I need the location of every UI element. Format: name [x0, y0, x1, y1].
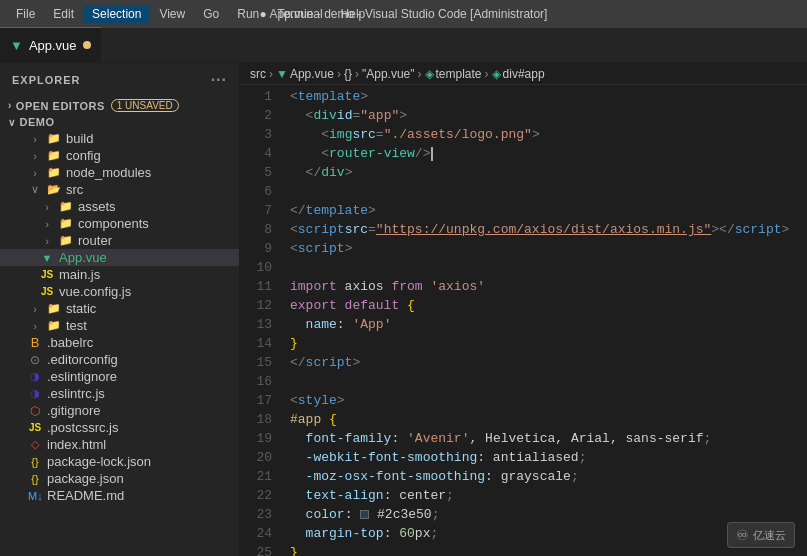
code-line-12: export default { — [290, 296, 807, 315]
code-line-7: </template> — [290, 201, 807, 220]
menu-file[interactable]: File — [8, 5, 43, 23]
sidebar-item-readme[interactable]: M↓ README.md — [0, 487, 239, 504]
item-label: src — [66, 182, 83, 197]
sidebar-item-router[interactable]: › 📁 router — [0, 232, 239, 249]
chevron-right-icon: › — [40, 218, 54, 230]
explorer-header: EXPLORER ··· — [0, 63, 239, 97]
folder-icon: 📁 — [59, 217, 73, 230]
item-label: static — [66, 301, 96, 316]
item-label: test — [66, 318, 87, 333]
sidebar-item-package[interactable]: {} package.json — [0, 470, 239, 487]
folder-icon: 📁 — [47, 132, 61, 145]
sidebar-item-build[interactable]: › 📁 build — [0, 130, 239, 147]
code-line-2: <div id="app"> — [290, 106, 807, 125]
menu-view[interactable]: View — [151, 5, 193, 23]
code-line-18: #app { — [290, 410, 807, 429]
chevron-down-icon: ∨ — [28, 183, 42, 196]
sidebar-item-app-vue[interactable]: ▼ App.vue — [0, 249, 239, 266]
sidebar-item-node-modules[interactable]: › 📁 node_modules — [0, 164, 239, 181]
sidebar-item-postcssrc[interactable]: JS .postcssrc.js — [0, 419, 239, 436]
breadcrumb-sep-4: › — [418, 67, 422, 81]
sidebar-item-assets[interactable]: › 📁 assets — [0, 198, 239, 215]
babel-icon: Β — [28, 335, 42, 350]
item-label: .gitignore — [47, 403, 100, 418]
sidebar-item-vue-config[interactable]: JS vue.config.js — [0, 283, 239, 300]
editor-content[interactable]: 12345 678910 1112131415 1617181920 21222… — [240, 85, 807, 556]
menu-edit[interactable]: Edit — [45, 5, 82, 23]
item-label: .postcssrc.js — [47, 420, 119, 435]
breadcrumb-braces[interactable]: {} — [344, 67, 352, 81]
breadcrumb-sep-2: › — [337, 67, 341, 81]
tab-app-vue[interactable]: ▼ App.vue — [0, 27, 102, 62]
tab-label: App.vue — [29, 38, 77, 53]
breadcrumb-template-label[interactable]: template — [436, 67, 482, 81]
code-line-8: <script src="https://unpkg.com/axios/dis… — [290, 220, 807, 239]
explorer-menu-icon[interactable]: ··· — [211, 71, 227, 89]
breadcrumb-template[interactable]: ◈ — [425, 67, 434, 81]
js-icon: JS — [28, 422, 42, 433]
html-icon: ◇ — [28, 438, 42, 451]
open-editors-section[interactable]: › OPEN EDITORS 1 UNSAVED — [0, 97, 239, 114]
menu-go[interactable]: Go — [195, 5, 227, 23]
breadcrumb-sep-1: › — [269, 67, 273, 81]
code-line-5: </div> — [290, 163, 807, 182]
sidebar-item-config[interactable]: › 📁 config — [0, 147, 239, 164]
vue-icon: ▼ — [40, 252, 54, 264]
sidebar-item-editorconfig[interactable]: ⊙ .editorconfig — [0, 351, 239, 368]
unsaved-badge: 1 UNSAVED — [111, 99, 179, 112]
breadcrumb-div-icon: ◈ — [492, 67, 501, 81]
sidebar-item-main-js[interactable]: JS main.js — [0, 266, 239, 283]
chevron-right-icon: › — [28, 150, 42, 162]
code-line-6 — [290, 182, 807, 201]
folder-icon: 📁 — [47, 166, 61, 179]
item-label: config — [66, 148, 101, 163]
main-layout: EXPLORER ··· › OPEN EDITORS 1 UNSAVED ∨ … — [0, 63, 807, 556]
code-line-9: <script> — [290, 239, 807, 258]
json-icon: {} — [28, 456, 42, 468]
menu-selection[interactable]: Selection — [84, 5, 149, 23]
sidebar-item-eslintrc[interactable]: ◑ .eslintrc.js — [0, 385, 239, 402]
item-label: App.vue — [59, 250, 107, 265]
code-line-22: text-align: center; — [290, 486, 807, 505]
code-line-1: <template> — [290, 87, 807, 106]
sidebar-item-src[interactable]: ∨ 📂 src — [0, 181, 239, 198]
eslint-js-icon: ◑ — [28, 387, 42, 400]
folder-icon: 📁 — [59, 234, 73, 247]
sidebar-item-package-lock[interactable]: {} package-lock.json — [0, 453, 239, 470]
watermark-icon: ♾ — [736, 527, 749, 543]
code-line-16 — [290, 372, 807, 391]
code-editor[interactable]: <template> <div id="app"> <img src="./as… — [280, 85, 807, 556]
code-line-14: } — [290, 334, 807, 353]
code-line-20: -webkit-font-smoothing: antialiased; — [290, 448, 807, 467]
code-line-3: <img src="./assets/logo.png"> — [290, 125, 807, 144]
breadcrumb-src[interactable]: src — [250, 67, 266, 81]
breadcrumb-app-name[interactable]: "App.vue" — [362, 67, 415, 81]
code-line-21: -moz-osx-font-smoothing: grayscale; — [290, 467, 807, 486]
folder-icon: 📁 — [47, 149, 61, 162]
demo-label: DEMO — [20, 116, 55, 128]
breadcrumb: src › ▼ App.vue › {} › "App.vue" › ◈ tem… — [240, 63, 807, 85]
sidebar-item-babelrc[interactable]: Β .babelrc — [0, 334, 239, 351]
folder-open-icon: 📂 — [47, 183, 61, 196]
unsaved-indicator — [83, 41, 91, 49]
sidebar-item-static[interactable]: › 📁 static — [0, 300, 239, 317]
item-label: build — [66, 131, 93, 146]
folder-icon: 📁 — [47, 302, 61, 315]
chevron-right-icon: › — [28, 303, 42, 315]
sidebar-item-gitignore[interactable]: ⬡ .gitignore — [0, 402, 239, 419]
sidebar-item-index-html[interactable]: ◇ index.html — [0, 436, 239, 453]
git-icon: ⬡ — [28, 404, 42, 418]
sidebar-item-components[interactable]: › 📁 components — [0, 215, 239, 232]
tab-bar: ▼ App.vue — [0, 28, 807, 63]
md-icon: M↓ — [28, 490, 42, 502]
folder-icon: 📁 — [59, 200, 73, 213]
chevron-right-icon: › — [40, 201, 54, 213]
demo-section[interactable]: ∨ DEMO — [0, 114, 239, 130]
chevron-right-icon: › — [28, 133, 42, 145]
js-icon: JS — [40, 286, 54, 297]
item-label: router — [78, 233, 112, 248]
breadcrumb-vue-icon: ▼ — [276, 67, 288, 81]
sidebar-item-eslintignore[interactable]: ◑ .eslintignore — [0, 368, 239, 385]
breadcrumb-app-vue[interactable]: App.vue — [290, 67, 334, 81]
sidebar-item-test[interactable]: › 📁 test — [0, 317, 239, 334]
